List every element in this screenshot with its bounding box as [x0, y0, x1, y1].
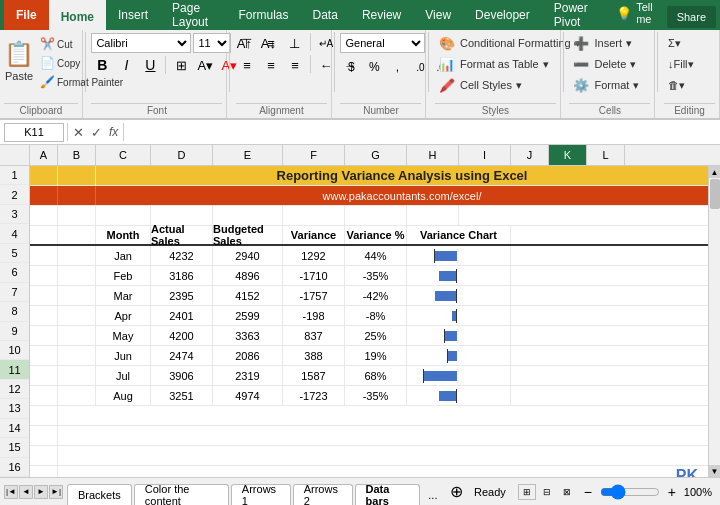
col-header-j[interactable]: J	[511, 145, 549, 165]
number-format-select[interactable]: General	[340, 33, 425, 53]
editing-group: Σ▾ ↓Fill▾ 🗑▾ Editing	[660, 30, 720, 118]
col-header-a[interactable]: A	[30, 145, 58, 165]
col-header-e[interactable]: E	[213, 145, 283, 165]
col-header-l[interactable]: L	[587, 145, 625, 165]
format-button[interactable]: ⚙️ Format ▾	[569, 75, 643, 95]
cell-styles-button[interactable]: 🖍️ Cell Styles ▾	[435, 75, 526, 95]
accounting-button[interactable]: $	[340, 57, 362, 77]
fill-button[interactable]: ↓Fill▾	[664, 54, 698, 74]
insert-button[interactable]: ➕ Insert ▾	[569, 33, 636, 53]
row-number-1[interactable]: 1	[0, 166, 29, 185]
zoom-in-btn[interactable]: +	[664, 484, 680, 500]
row-number-2[interactable]: 2	[0, 185, 29, 204]
row-number-11[interactable]: 11	[0, 360, 29, 379]
scroll-prev-tab[interactable]: ◄	[19, 485, 33, 499]
data-row-may: May 4200 3363 837 25%	[30, 326, 708, 346]
data-tab[interactable]: Data	[301, 0, 350, 30]
data-row-apr: Apr 2401 2599 -198 -8%	[30, 306, 708, 326]
review-tab[interactable]: Review	[350, 0, 413, 30]
align-left-button[interactable]: ≡	[236, 55, 258, 75]
formula-input[interactable]	[127, 123, 716, 142]
file-tab[interactable]: File	[4, 0, 49, 30]
row-number-7[interactable]: 7	[0, 283, 29, 302]
comma-button[interactable]: ,	[386, 57, 408, 77]
more-sheets-btn[interactable]: ...	[422, 484, 443, 506]
page-layout-view-btn[interactable]: ⊟	[538, 484, 556, 500]
row-number-6[interactable]: 6	[0, 263, 29, 282]
home-tab[interactable]: Home	[49, 0, 106, 30]
col-header-b[interactable]: B	[58, 145, 96, 165]
clear-button[interactable]: 🗑▾	[664, 75, 689, 95]
font-family-select[interactable]: Calibri	[91, 33, 191, 53]
col-header-f[interactable]: F	[283, 145, 345, 165]
row-number-3[interactable]: 3	[0, 205, 29, 224]
col-header-h[interactable]: H	[407, 145, 459, 165]
insert-tab[interactable]: Insert	[106, 0, 160, 30]
format-as-table-button[interactable]: 📊 Format as Table ▾	[435, 54, 553, 74]
normal-view-btn[interactable]: ⊞	[518, 484, 536, 500]
share-btn[interactable]: Share	[667, 6, 716, 28]
clipboard-group: 📋 Paste ✂️Cut 📄Copy 🖌️Format Painter Cli…	[0, 30, 83, 118]
page-layout-tab[interactable]: Page Layout	[160, 0, 226, 30]
scroll-next-tab[interactable]: ►	[34, 485, 48, 499]
add-sheet-btn[interactable]: ⊕	[447, 482, 466, 502]
percent-button[interactable]: %	[363, 57, 385, 77]
view-tab[interactable]: View	[413, 0, 463, 30]
row-number-4[interactable]: 4	[0, 224, 29, 243]
page-break-view-btn[interactable]: ⊠	[558, 484, 576, 500]
align-bottom-button[interactable]: ⊥	[284, 33, 306, 53]
developer-tab[interactable]: Developer	[463, 0, 542, 30]
row-number-12[interactable]: 12	[0, 380, 29, 399]
paste-button[interactable]: 📋 Paste	[4, 33, 34, 89]
underline-button[interactable]: U	[139, 55, 161, 75]
scroll-last-tab[interactable]: ►|	[49, 485, 63, 499]
empty-row-14	[30, 426, 708, 446]
fill-color-button[interactable]: A▾	[194, 55, 216, 75]
empty-row-16: PK	[30, 466, 708, 477]
tab-color-content[interactable]: Color the content	[134, 484, 229, 506]
zoom-slider[interactable]	[600, 486, 660, 498]
tab-arrows-2[interactable]: Arrows 2	[293, 484, 353, 506]
row-number-10[interactable]: 10	[0, 341, 29, 360]
border-button[interactable]: ⊞	[170, 55, 192, 75]
tab-brackets[interactable]: Brackets	[67, 484, 132, 506]
row-number-16[interactable]: 16	[0, 458, 29, 477]
scroll-first-tab[interactable]: |◄	[4, 485, 18, 499]
formulas-tab[interactable]: Formulas	[227, 0, 301, 30]
align-center-button[interactable]: ≡	[260, 55, 282, 75]
italic-button[interactable]: I	[115, 55, 137, 75]
row-number-9[interactable]: 9	[0, 322, 29, 341]
cancel-icon[interactable]: ✕	[71, 125, 86, 140]
row-number-8[interactable]: 8	[0, 302, 29, 321]
row-number-15[interactable]: 15	[0, 438, 29, 457]
font-size-select[interactable]: 11	[193, 33, 231, 53]
col-header-i[interactable]: I	[459, 145, 511, 165]
tab-data-bars[interactable]: Data bars	[355, 484, 421, 506]
tab-arrows-1[interactable]: Arrows 1	[231, 484, 291, 506]
scroll-down-btn[interactable]: ▼	[709, 465, 721, 477]
delete-button[interactable]: ➖ Delete ▾	[569, 54, 640, 74]
zoom-out-btn[interactable]: −	[580, 484, 596, 500]
scroll-up-btn[interactable]: ▲	[709, 166, 721, 178]
col-header-d[interactable]: D	[151, 145, 213, 165]
data-row-aug: Aug 3251 4974 -1723 -35%	[30, 386, 708, 406]
corner-cell	[0, 145, 30, 165]
row-number-13[interactable]: 13	[0, 399, 29, 418]
align-middle-button[interactable]: ≡	[260, 33, 282, 53]
col-header-g[interactable]: G	[345, 145, 407, 165]
col-header-c[interactable]: C	[96, 145, 151, 165]
autosum-button[interactable]: Σ▾	[664, 33, 685, 53]
confirm-icon[interactable]: ✓	[89, 125, 104, 140]
row-number-5[interactable]: 5	[0, 244, 29, 263]
name-box[interactable]	[4, 123, 64, 142]
col-header-k[interactable]: K	[549, 145, 587, 165]
align-top-button[interactable]: ⊤	[236, 33, 258, 53]
insert-function-icon[interactable]: fx	[107, 125, 120, 139]
number-group: General $ % , .0 .00 Number	[336, 30, 426, 118]
tell-me-btn[interactable]: 💡 Tell me	[606, 0, 663, 30]
power-pivot-tab[interactable]: Power Pivot	[542, 0, 606, 30]
align-right-button[interactable]: ≡	[284, 55, 306, 75]
cells-group: ➕ Insert ▾ ➖ Delete ▾ ⚙️ Format ▾ Cells	[565, 30, 655, 118]
row-number-14[interactable]: 14	[0, 419, 29, 438]
bold-button[interactable]: B	[91, 55, 113, 75]
